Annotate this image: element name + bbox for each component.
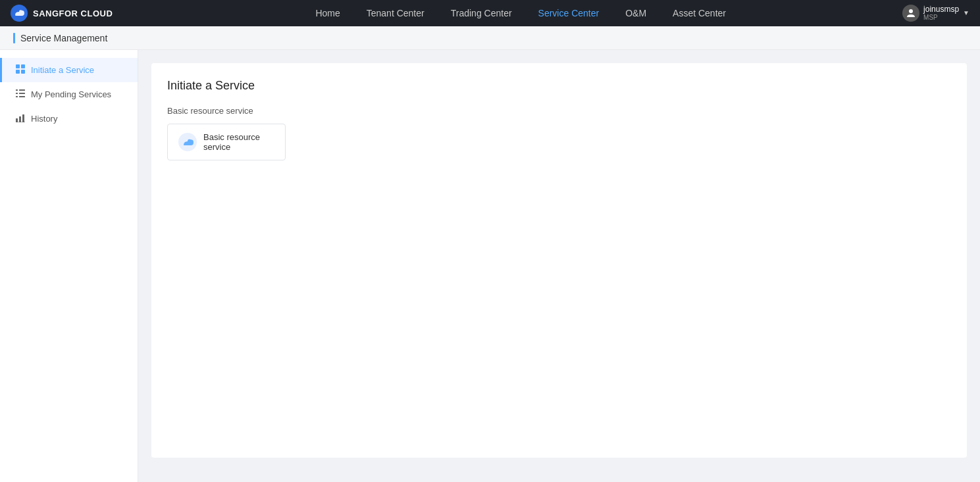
svg-rect-3	[21, 64, 25, 68]
section-label: Basic resource service	[167, 106, 951, 116]
breadcrumb: Service Management	[20, 33, 107, 43]
logo[interactable]: SANGFOR CLOUD	[11, 5, 113, 22]
nav-home[interactable]: Home	[302, 0, 353, 26]
sidebar-item-initiate-service[interactable]: Initiate a Service	[0, 58, 138, 82]
sangfor-cloud-logo-icon	[11, 5, 28, 22]
sidebar-item-history[interactable]: History	[0, 107, 138, 131]
user-chevron-down-icon: ▼	[963, 9, 969, 16]
svg-rect-4	[16, 70, 20, 74]
nav-asset-center[interactable]: Asset Center	[659, 0, 739, 26]
nav-trading-center[interactable]: Trading Center	[438, 0, 525, 26]
svg-rect-10	[16, 96, 18, 97]
service-card-basic-resource[interactable]: Basic resource service	[167, 124, 286, 160]
svg-rect-8	[16, 93, 18, 94]
service-card-basic-resource-label: Basic resource service	[203, 132, 274, 152]
svg-rect-11	[19, 96, 25, 97]
topnav: SANGFOR CLOUD Home Tenant Center Trading…	[0, 0, 980, 26]
list-icon	[15, 89, 26, 100]
user-role: MSP	[923, 14, 959, 22]
nav-tenant-center[interactable]: Tenant Center	[353, 0, 438, 26]
bar-chart-icon	[15, 113, 26, 124]
nav-service-center[interactable]: Service Center	[525, 0, 613, 26]
logo-text: SANGFOR CLOUD	[33, 9, 113, 18]
breadcrumb-bar: Service Management	[0, 26, 980, 50]
grid-icon	[15, 64, 26, 76]
svg-point-1	[909, 9, 913, 13]
user-menu[interactable]: joinusmsp MSP ▼	[902, 5, 969, 22]
user-name: joinusmsp	[923, 5, 959, 14]
svg-rect-12	[16, 118, 18, 122]
svg-rect-9	[19, 93, 25, 94]
svg-rect-13	[19, 116, 21, 122]
svg-rect-5	[21, 70, 25, 74]
sidebar-item-history-label: History	[31, 114, 57, 124]
breadcrumb-indicator	[13, 33, 15, 43]
nav-om[interactable]: O&M	[612, 0, 659, 26]
service-cards-row: Basic resource service	[167, 124, 951, 160]
content-card: Initiate a Service Basic resource servic…	[151, 63, 967, 458]
topnav-links: Home Tenant Center Trading Center Servic…	[139, 0, 902, 26]
sidebar: Initiate a Service My Pending Services	[0, 50, 138, 482]
main-content: Initiate a Service Basic resource servic…	[138, 50, 980, 482]
sidebar-item-pending-services-label: My Pending Services	[31, 89, 111, 99]
user-info: joinusmsp MSP	[923, 5, 959, 22]
svg-rect-2	[16, 64, 20, 68]
page-title: Initiate a Service	[167, 79, 951, 93]
svg-rect-14	[22, 114, 24, 122]
cloud-service-icon	[178, 133, 197, 151]
sidebar-item-pending-services[interactable]: My Pending Services	[0, 82, 138, 107]
avatar	[902, 5, 919, 22]
sidebar-item-initiate-service-label: Initiate a Service	[31, 65, 94, 75]
main-layout: Initiate a Service My Pending Services	[0, 50, 980, 482]
svg-rect-6	[16, 89, 18, 91]
svg-rect-7	[19, 89, 25, 91]
